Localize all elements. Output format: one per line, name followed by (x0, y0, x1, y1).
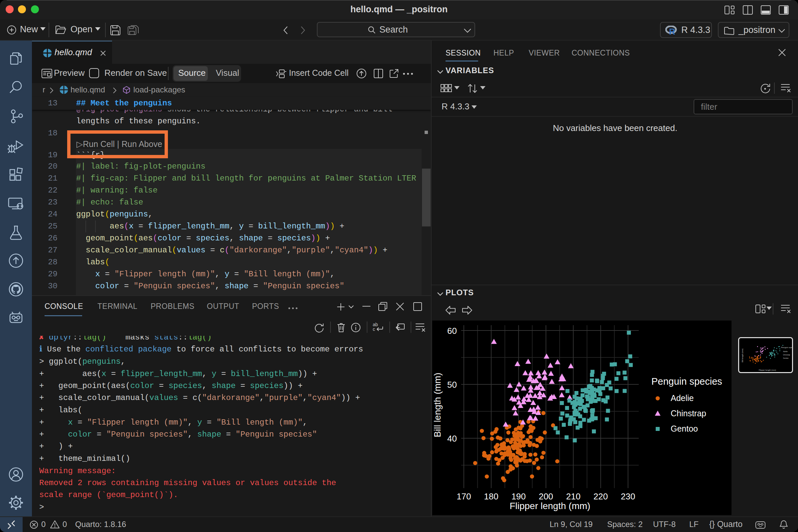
svg-text:Chinstrap: Chinstrap (783, 354, 790, 356)
svg-text:50: 50 (447, 380, 457, 390)
svg-text:Flipper length (mm): Flipper length (mm) (510, 501, 590, 511)
svg-text:Flipper length (mm): Flipper length (mm) (759, 369, 776, 371)
svg-text:180: 180 (484, 491, 498, 501)
svg-text:210: 210 (566, 491, 581, 501)
svg-text:Adelie: Adelie (671, 393, 694, 403)
svg-text:Gentoo: Gentoo (783, 357, 789, 359)
svg-text:220: 220 (593, 491, 608, 501)
svg-text:R: R (669, 26, 675, 36)
svg-text:40: 40 (447, 434, 457, 443)
svg-text:Bill length (mm): Bill length (mm) (741, 348, 743, 362)
svg-text:Bill length (mm): Bill length (mm) (432, 373, 442, 437)
svg-text:c: c (373, 326, 375, 332)
svg-text:60: 60 (447, 326, 457, 336)
svg-text:Penguin species: Penguin species (651, 376, 722, 387)
svg-text:Adelie: Adelie (783, 350, 788, 353)
svg-text:170: 170 (457, 491, 471, 501)
svg-text:Gentoo: Gentoo (671, 424, 698, 433)
svg-text:Penguin species: Penguin species (781, 346, 793, 348)
svg-text:200: 200 (539, 491, 553, 501)
svg-text:Chinstrap: Chinstrap (671, 408, 706, 418)
svg-text:230: 230 (621, 491, 635, 501)
svg-text:190: 190 (511, 491, 526, 501)
